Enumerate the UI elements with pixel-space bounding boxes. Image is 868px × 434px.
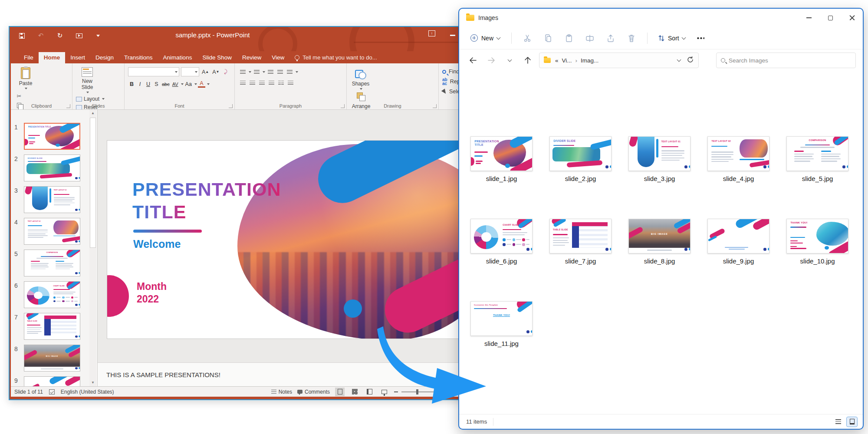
cut-button[interactable] <box>519 31 536 46</box>
slide-thumb-3[interactable]: 3 TEXT LAYOUT 01 <box>11 186 87 215</box>
slide-canvas[interactable]: PRESENTATION TITLE Welcome Month2022 <box>98 110 467 362</box>
chevron-down-icon[interactable] <box>677 58 681 62</box>
paste-button[interactable] <box>560 31 578 46</box>
align-right-button[interactable] <box>257 79 266 87</box>
slideshow-view-button[interactable] <box>379 388 389 396</box>
tab-view[interactable]: View <box>266 52 289 63</box>
search-box[interactable] <box>716 53 856 68</box>
slide-thumb-1[interactable]: 1 PRESENTATION TITLE <box>11 123 87 151</box>
dialog-launcher-icon[interactable] <box>229 104 233 108</box>
slide-thumb-9[interactable]: 9 <box>11 376 87 386</box>
back-button[interactable] <box>466 53 480 67</box>
minimize-button[interactable] <box>450 35 455 36</box>
file-item[interactable]: THANK YOU! slide_10.jpg <box>786 219 848 265</box>
tab-design[interactable]: Design <box>90 52 119 63</box>
panel-scrollbar[interactable]: ▲ ▼ <box>89 110 96 386</box>
character-spacing-button[interactable]: AV <box>171 80 179 88</box>
paste-button[interactable]: Paste <box>14 66 37 89</box>
tab-slideshow[interactable]: Slide Show <box>197 52 237 63</box>
maximize-button[interactable] <box>828 16 833 20</box>
spellcheck-icon[interactable] <box>49 389 55 395</box>
shrink-font-button[interactable]: A▼ <box>211 68 220 76</box>
numbering-button[interactable] <box>252 68 261 76</box>
delete-button[interactable] <box>623 31 640 46</box>
file-item[interactable]: Customize this Template THANK YOU! slide… <box>470 301 533 347</box>
columns-button[interactable] <box>276 79 285 87</box>
tell-me-box[interactable]: Tell me what you want to do... <box>289 52 382 63</box>
reading-view-button[interactable] <box>365 388 374 396</box>
breadcrumb-item[interactable]: Imag... <box>581 57 598 64</box>
file-item[interactable]: TEXT LAYOUT 01 slide_3.jpg <box>628 136 690 182</box>
scroll-up-icon[interactable]: ▲ <box>90 110 96 117</box>
line-spacing-button[interactable] <box>285 68 294 76</box>
tab-file[interactable]: File <box>19 52 39 63</box>
grow-font-button[interactable]: A▲ <box>201 68 210 76</box>
decrease-indent-button[interactable] <box>266 68 275 76</box>
file-item[interactable]: CHART SLIDE slide_6.jpg <box>470 219 533 265</box>
clear-formatting-button[interactable]: ⤸ <box>222 68 230 76</box>
file-item[interactable]: TABLE SLIDE slide_7.jpg <box>549 219 612 265</box>
cut-button[interactable]: ✂ <box>14 92 24 100</box>
underline-button[interactable]: U <box>145 80 152 88</box>
current-slide[interactable]: PRESENTATION TITLE Welcome Month2022 <box>107 140 460 339</box>
details-view-button[interactable] <box>832 417 844 427</box>
slide-thumb-4[interactable]: 4 TEXT LAYOUT 02 <box>11 218 87 247</box>
shapes-button[interactable]: Shapes <box>350 67 371 90</box>
font-name-combo[interactable] <box>128 67 179 76</box>
copy-button[interactable] <box>539 31 557 46</box>
more-options-button[interactable] <box>697 37 704 39</box>
slide-thumb-8[interactable]: 8 BIG IMAGE <box>11 345 87 373</box>
file-item[interactable]: BIG IMAGE slide_8.jpg <box>628 219 690 265</box>
text-direction-button[interactable] <box>286 79 295 87</box>
font-size-combo[interactable] <box>181 67 199 76</box>
breadcrumb-back[interactable]: « <box>555 57 559 64</box>
share-button[interactable] <box>602 31 619 46</box>
minimize-button[interactable] <box>806 17 812 18</box>
tab-review[interactable]: Review <box>237 52 266 63</box>
slide-sorter-view-button[interactable] <box>350 388 359 396</box>
notes-pane[interactable]: THIS IS A SAMPLE PRESENTATIONS! <box>98 362 467 386</box>
change-case-button[interactable]: Aa <box>184 80 193 88</box>
bold-button[interactable]: B <box>128 80 135 88</box>
tab-animations[interactable]: Animations <box>158 52 197 63</box>
file-item[interactable]: PRESENTATION TITLE slide_1.jpg <box>470 136 533 182</box>
notes-toggle[interactable]: Notes <box>271 389 292 395</box>
dialog-launcher-icon[interactable] <box>341 104 345 108</box>
language-indicator[interactable]: English (United States) <box>61 389 114 395</box>
address-bar[interactable]: « Vi... › Imag... <box>539 53 699 68</box>
new-slide-button[interactable]: New Slide <box>76 66 99 93</box>
italic-button[interactable]: I <box>136 80 144 88</box>
normal-view-button[interactable] <box>335 388 345 396</box>
tab-transitions[interactable]: Transitions <box>119 52 158 63</box>
zoom-out-icon[interactable] <box>394 391 398 392</box>
file-item[interactable]: TEXT LAYOUT 02 slide_4.jpg <box>707 136 769 182</box>
dialog-launcher-icon[interactable] <box>433 104 437 108</box>
large-thumbnails-view-button[interactable] <box>846 417 858 427</box>
search-input[interactable] <box>729 57 851 64</box>
scrollbar-thumb[interactable] <box>90 118 96 248</box>
dialog-launcher-icon[interactable] <box>66 104 70 108</box>
scroll-down-icon[interactable]: ▼ <box>90 379 96 386</box>
new-button[interactable]: New <box>466 32 504 44</box>
slide-thumb-2[interactable]: 2 DIVIDER SLIDE <box>11 155 87 183</box>
justify-button[interactable] <box>267 79 276 87</box>
sort-button[interactable]: Sort <box>654 32 689 44</box>
shadow-button[interactable]: S <box>153 80 160 88</box>
file-item[interactable]: slide_9.jpg <box>707 219 769 265</box>
refresh-button[interactable] <box>687 56 694 65</box>
font-color-button[interactable]: A <box>198 81 205 88</box>
close-button[interactable] <box>849 15 855 21</box>
forward-button[interactable] <box>484 53 498 67</box>
slide-thumb-5[interactable]: 5 COMPARISON <box>11 250 87 278</box>
slide-thumb-7[interactable]: 7 TABLE SLIDE <box>11 313 87 342</box>
ribbon-display-options-button[interactable]: ↑ <box>428 30 435 36</box>
layout-button[interactable]: Layout <box>76 96 121 102</box>
file-item[interactable]: DIVIDER SLIDE slide_2.jpg <box>549 136 612 182</box>
slide-thumb-6[interactable]: 6 CHART SLIDE <box>11 281 87 310</box>
tab-insert[interactable]: Insert <box>65 52 90 63</box>
zoom-control[interactable] <box>394 391 454 392</box>
align-left-button[interactable] <box>238 79 247 87</box>
rename-button[interactable] <box>581 31 598 46</box>
bullets-button[interactable] <box>238 68 247 76</box>
increase-indent-button[interactable] <box>276 68 284 76</box>
